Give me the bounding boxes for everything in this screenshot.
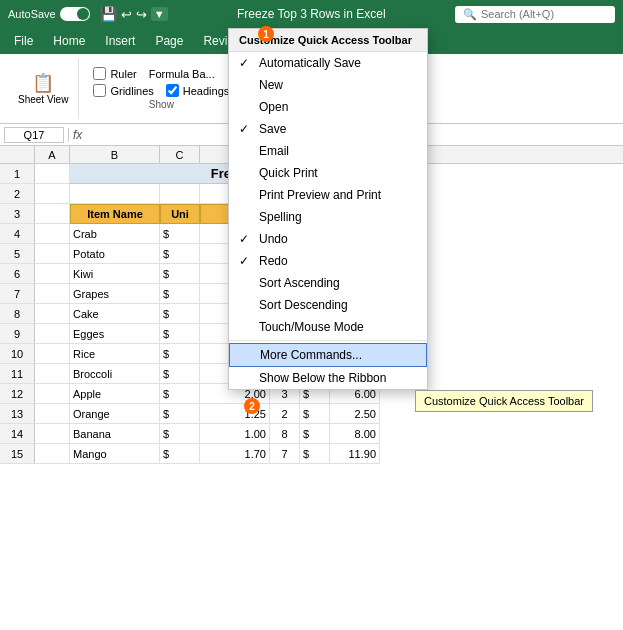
qat-item-sort-desc[interactable]: Sort Descending (229, 294, 427, 316)
autosave-label: AutoSave (8, 8, 56, 20)
cell-f15-dollar[interactable]: $ (300, 444, 330, 464)
qat-item-redo[interactable]: Redo (229, 250, 427, 272)
headings-checkbox[interactable] (166, 84, 179, 97)
qat-item-more-commands[interactable]: More Commands... (229, 343, 427, 367)
cell-a14[interactable] (35, 424, 70, 444)
cell-b9[interactable]: Egges (70, 324, 160, 344)
cell-c6[interactable]: $ (160, 264, 200, 284)
cell-b3[interactable]: Item Name (70, 204, 160, 224)
row-num-5: 5 (0, 244, 35, 264)
qat-dropdown-arrow[interactable]: ▼ (151, 7, 168, 21)
cell-f14[interactable]: 8.00 (330, 424, 380, 444)
row-num-8: 8 (0, 304, 35, 324)
cell-c9[interactable]: $ (160, 324, 200, 344)
cell-b8[interactable]: Cake (70, 304, 160, 324)
qat-item-touch-mouse[interactable]: Touch/Mouse Mode (229, 316, 427, 338)
cell-a13[interactable] (35, 404, 70, 424)
cell-d14[interactable]: 1.00 (200, 424, 270, 444)
tab-page[interactable]: Page (145, 28, 193, 54)
qat-item-show-below[interactable]: Show Below the Ribbon (229, 367, 427, 389)
cell-b5[interactable]: Potato (70, 244, 160, 264)
cell-b15[interactable]: Mango (70, 444, 160, 464)
cell-c11[interactable]: $ (160, 364, 200, 384)
redo-icon[interactable]: ↪ (136, 7, 147, 22)
qat-item-sort-asc[interactable]: Sort Ascending (229, 272, 427, 294)
formula-bar-divider (68, 128, 69, 142)
search-input[interactable] (481, 8, 571, 20)
cell-a4[interactable] (35, 224, 70, 244)
col-header-a[interactable]: A (35, 146, 70, 163)
save-icon[interactable]: 💾 (100, 6, 117, 22)
cell-a12[interactable] (35, 384, 70, 404)
cell-a15[interactable] (35, 444, 70, 464)
cell-b11[interactable]: Broccoli (70, 364, 160, 384)
cell-a10[interactable] (35, 344, 70, 364)
cell-b10[interactable]: Rice (70, 344, 160, 364)
qat-item-print-preview[interactable]: Print Preview and Print (229, 184, 427, 206)
tab-home[interactable]: Home (43, 28, 95, 54)
cell-c5[interactable]: $ (160, 244, 200, 264)
cell-e13[interactable]: 2 (270, 404, 300, 424)
cell-a9[interactable] (35, 324, 70, 344)
cell-c2[interactable] (160, 184, 200, 204)
badge-1: 1 (258, 26, 274, 42)
row-num-1: 1 (0, 164, 35, 184)
cell-a8[interactable] (35, 304, 70, 324)
col-header-b[interactable]: B (70, 146, 160, 163)
qat-dropdown[interactable]: Customize Quick Access Toolbar Automatic… (228, 28, 428, 390)
qat-item-undo[interactable]: Undo (229, 228, 427, 250)
row-num-13: 13 (0, 404, 35, 424)
col-header-c[interactable]: C (160, 146, 200, 163)
cell-f13[interactable]: 2.50 (330, 404, 380, 424)
cell-a1[interactable] (35, 164, 70, 184)
cell-b2[interactable] (70, 184, 160, 204)
qat-item-save[interactable]: Save (229, 118, 427, 140)
qat-item-label: New (259, 78, 283, 92)
cell-b6[interactable]: Kiwi (70, 264, 160, 284)
cell-c13[interactable]: $ (160, 404, 200, 424)
qat-item-new[interactable]: New (229, 74, 427, 96)
cell-c15[interactable]: $ (160, 444, 200, 464)
autosave-toggle[interactable] (60, 7, 90, 21)
qat-item-quick-print[interactable]: Quick Print (229, 162, 427, 184)
tab-insert[interactable]: Insert (95, 28, 145, 54)
qat-item-open[interactable]: Open (229, 96, 427, 118)
cell-f14-dollar[interactable]: $ (300, 424, 330, 444)
tab-file[interactable]: File (4, 28, 43, 54)
cell-reference[interactable] (4, 127, 64, 143)
cell-b4[interactable]: Crab (70, 224, 160, 244)
cell-c12[interactable]: $ (160, 384, 200, 404)
cell-c10[interactable]: $ (160, 344, 200, 364)
cell-c3[interactable]: Uni (160, 204, 200, 224)
cell-c8[interactable]: $ (160, 304, 200, 324)
qat-item-label: Print Preview and Print (259, 188, 381, 202)
cell-e14[interactable]: 8 (270, 424, 300, 444)
cell-c7[interactable]: $ (160, 284, 200, 304)
cell-c14[interactable]: $ (160, 424, 200, 444)
qat-item-email[interactable]: Email (229, 140, 427, 162)
cell-b14[interactable]: Banana (70, 424, 160, 444)
cell-f15[interactable]: 11.90 (330, 444, 380, 464)
cell-d15[interactable]: 1.70 (200, 444, 270, 464)
cell-b13[interactable]: Orange (70, 404, 160, 424)
search-bar[interactable]: 🔍 (455, 6, 615, 23)
cell-e15[interactable]: 7 (270, 444, 300, 464)
cell-a11[interactable] (35, 364, 70, 384)
cell-f13-dollar[interactable]: $ (300, 404, 330, 424)
qat-item-auto-save[interactable]: Automatically Save (229, 52, 427, 74)
cell-a5[interactable] (35, 244, 70, 264)
sheet-view-icon: 📋 (32, 72, 54, 94)
undo-icon[interactable]: ↩ (121, 7, 132, 22)
sheet-view-btn[interactable]: 📋 Sheet View (14, 70, 72, 107)
cell-c4[interactable]: $ (160, 224, 200, 244)
cell-a7[interactable] (35, 284, 70, 304)
cell-a3[interactable] (35, 204, 70, 224)
ruler-checkbox[interactable] (93, 67, 106, 80)
cell-a6[interactable] (35, 264, 70, 284)
cell-a2[interactable] (35, 184, 70, 204)
gridlines-checkbox[interactable] (93, 84, 106, 97)
qat-item-spelling[interactable]: Spelling (229, 206, 427, 228)
row-header-spacer (0, 146, 35, 163)
cell-b7[interactable]: Grapes (70, 284, 160, 304)
cell-b12[interactable]: Apple (70, 384, 160, 404)
